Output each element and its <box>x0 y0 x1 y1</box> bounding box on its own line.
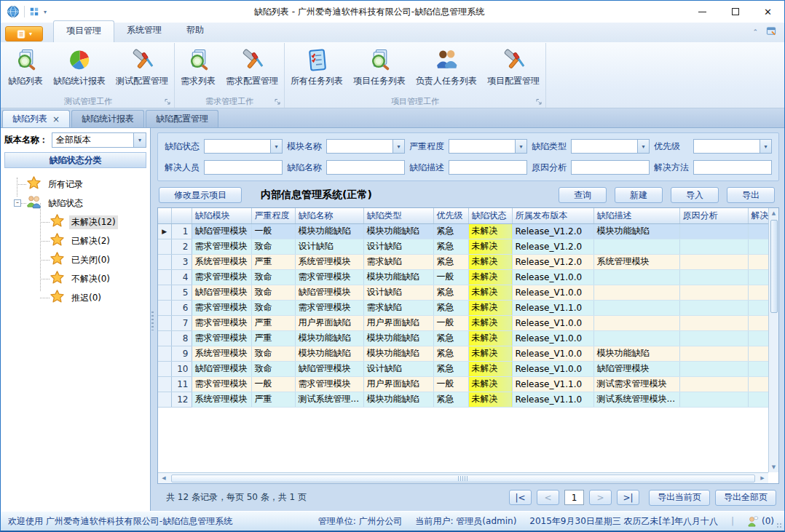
ribbon-tab-project-management[interactable]: 项目管理 <box>53 20 114 42</box>
cell-defect-type[interactable]: 需求缺陷 <box>363 254 433 269</box>
ribbon-tab-help[interactable]: 帮助 <box>174 20 216 42</box>
cell-release-version[interactable]: Release_V1.0.0 <box>512 361 593 376</box>
cell-priority[interactable]: 紧急 <box>433 330 468 346</box>
cell-defect-type[interactable]: 模块功能缺陷 <box>363 330 433 346</box>
cell-severity[interactable]: 严重 <box>251 254 295 269</box>
cell-defect-name[interactable]: 模块功能缺陷 <box>295 346 363 361</box>
filter-input-defect-name[interactable] <box>326 160 405 175</box>
cell-severity[interactable]: 致命 <box>251 239 295 254</box>
cell-defect-name[interactable]: 模块功能缺陷 <box>295 330 363 346</box>
dropdown-icon[interactable]: ▾ <box>392 140 404 153</box>
cell-defect-status[interactable]: 未解决 <box>468 300 512 315</box>
cell-defect-module[interactable]: 系统管理模块 <box>192 346 251 361</box>
messages-indicator[interactable]: (0) <box>747 515 774 527</box>
cell-priority[interactable]: 紧急 <box>433 361 468 376</box>
table-row[interactable]: 6需求管理模块致命需求管理模块需求缺陷紧急未解决Release_V1.1.0 <box>158 300 778 315</box>
table-row[interactable]: ▶1缺陷管理模块一般模块功能缺陷模块功能缺陷紧急未解决Release_V1.2.… <box>158 223 778 239</box>
cell-defect-name[interactable]: 测试系统管理... <box>295 392 363 407</box>
dropdown-icon[interactable]: ▾ <box>270 140 282 153</box>
sidebar-splitter[interactable] <box>151 128 154 511</box>
cell-severity[interactable]: 致命 <box>251 361 295 376</box>
column-header-defect-type[interactable]: 缺陷类型 <box>363 208 433 223</box>
vertical-scroll-thumb[interactable] <box>770 220 778 313</box>
collapse-node-icon[interactable]: – <box>14 199 21 207</box>
layout-grid-icon[interactable] <box>29 7 39 17</box>
cell-defect-desc[interactable] <box>593 239 679 254</box>
cell-defect-type[interactable]: 设计缺陷 <box>363 285 433 300</box>
column-header-defect-status[interactable]: 缺陷状态 <box>468 208 512 223</box>
owner-tasks-list-button[interactable]: 负责人任务列表 <box>411 44 482 89</box>
cell-defect-name[interactable]: 缺陷管理模块 <box>295 361 363 376</box>
cell-priority[interactable]: 紧急 <box>433 300 468 315</box>
project-tasks-list-button[interactable]: 项目任务列表 <box>348 44 411 89</box>
cell-defect-desc[interactable]: 模块功能缺陷 <box>593 223 679 239</box>
query-button[interactable]: 查询 <box>559 187 607 203</box>
column-header-defect-desc[interactable]: 缺陷描述 <box>593 208 679 223</box>
cell-defect-desc[interactable]: 缺陷管理模块 <box>593 361 679 376</box>
qat-dropdown-icon[interactable]: ▾ <box>44 9 47 15</box>
cell-release-version[interactable]: Release_V1.2.0 <box>512 223 593 239</box>
cell-defect-desc[interactable]: 测试需求管理模块 <box>593 376 679 392</box>
cell-defect-status[interactable]: 未解决 <box>468 330 512 346</box>
cell-severity[interactable]: 一般 <box>251 376 295 392</box>
cell-severity[interactable]: 严重 <box>251 315 295 330</box>
cell-defect-status[interactable]: 未解决 <box>468 392 512 407</box>
vertical-scrollbar[interactable]: ▲ ▼ <box>768 208 778 472</box>
application-menu-button[interactable]: ▾ <box>5 26 43 41</box>
cell-cause-analysis[interactable] <box>679 254 748 269</box>
export-button[interactable]: 导出 <box>727 187 775 203</box>
filter-combobox-priority[interactable]: ▾ <box>693 139 772 154</box>
doc-tab-defect-config-mgmt[interactable]: 缺陷配置管理 <box>146 110 218 127</box>
cell-defect-status[interactable]: 未解决 <box>468 315 512 330</box>
cell-defect-module[interactable]: 缺陷管理模块 <box>192 223 251 239</box>
column-header-release-version[interactable]: 所属发布版本 <box>512 208 593 223</box>
cell-defect-module[interactable]: 系统管理模块 <box>192 392 251 407</box>
version-combobox[interactable]: 全部版本 ▾ <box>52 132 146 148</box>
cell-defect-module[interactable]: 缺陷管理模块 <box>192 285 251 300</box>
ribbon-tab-system-management[interactable]: 系统管理 <box>114 20 174 42</box>
table-row[interactable]: 8需求管理模块严重模块功能缺陷模块功能缺陷紧急未解决Release_V1.0.0 <box>158 330 778 346</box>
cell-defect-desc[interactable]: 模块功能缺陷 <box>593 346 679 361</box>
scroll-right-icon[interactable]: ▶ <box>757 473 768 483</box>
cell-cause-analysis[interactable] <box>679 315 748 330</box>
tree-item-resolved[interactable]: 已解决(2) <box>4 231 146 250</box>
cell-defect-desc[interactable] <box>593 330 679 346</box>
cell-cause-analysis[interactable] <box>679 346 748 361</box>
cell-defect-name[interactable]: 需求管理模块 <box>295 300 363 315</box>
filter-input-cause-analysis[interactable] <box>571 160 650 175</box>
doc-tab-defect-stats-report[interactable]: 缺陷统计报表 <box>71 110 144 127</box>
cell-defect-type[interactable]: 设计缺陷 <box>363 361 433 376</box>
filter-combobox-defect-type[interactable]: ▾ <box>571 139 650 154</box>
table-row[interactable]: 9系统管理模块致命模块功能缺陷模块功能缺陷紧急未解决Release_V1.0.0… <box>158 346 778 361</box>
close-tab-icon[interactable]: × <box>52 115 60 124</box>
table-row[interactable]: 11需求管理模块一般需求管理模块用户界面缺陷一般未解决Release_V1.1.… <box>158 376 778 392</box>
cell-cause-analysis[interactable] <box>679 376 748 392</box>
prev-page-button[interactable]: < <box>537 490 559 505</box>
cell-severity[interactable]: 一般 <box>251 223 295 239</box>
cell-defect-module[interactable]: 系统管理模块 <box>192 254 251 269</box>
scroll-up-icon[interactable]: ▲ <box>769 208 779 218</box>
filter-input-defect-desc[interactable] <box>449 160 527 175</box>
cell-priority[interactable]: 一般 <box>433 376 468 392</box>
cell-defect-module[interactable]: 需求管理模块 <box>192 330 251 346</box>
defect-stats-report-button[interactable]: 缺陷统计报表 <box>48 44 111 89</box>
cell-defect-status[interactable]: 未解决 <box>468 254 512 269</box>
last-page-button[interactable]: >| <box>617 490 639 505</box>
cell-defect-module[interactable]: 需求管理模块 <box>192 239 251 254</box>
cell-priority[interactable]: 紧急 <box>433 239 468 254</box>
cell-defect-desc[interactable] <box>593 300 679 315</box>
cell-cause-analysis[interactable] <box>679 361 748 376</box>
cell-defect-status[interactable]: 未解决 <box>468 239 512 254</box>
cell-defect-type[interactable]: 用户界面缺陷 <box>363 376 433 392</box>
column-header-defect-module[interactable]: 缺陷模块 <box>192 208 251 223</box>
doc-tab-defect-list[interactable]: 缺陷列表× <box>2 110 70 127</box>
close-button[interactable]: ✕ <box>752 1 784 23</box>
cell-release-version[interactable]: Release_V1.0.0 <box>512 269 593 285</box>
cell-release-version[interactable]: Release_V1.1.0 <box>512 300 593 315</box>
table-row[interactable]: 7需求管理模块严重用户界面缺陷用户界面缺陷一般未解决Release_V1.0.0 <box>158 315 778 330</box>
cell-cause-analysis[interactable] <box>679 269 748 285</box>
dialog-launcher-icon[interactable] <box>274 98 281 106</box>
dropdown-icon[interactable]: ▾ <box>515 140 526 153</box>
cell-defect-status[interactable]: 未解决 <box>468 376 512 392</box>
cell-priority[interactable]: 紧急 <box>433 392 468 407</box>
